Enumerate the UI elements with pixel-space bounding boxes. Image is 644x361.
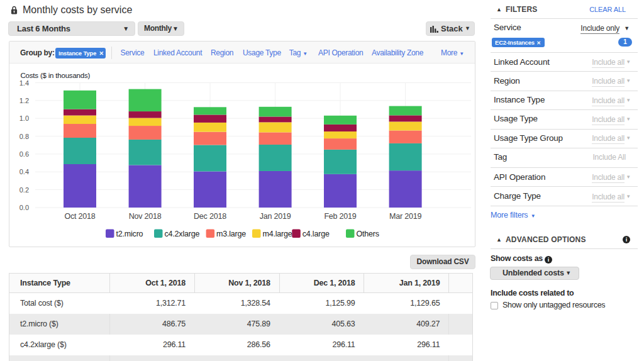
svg-text:Mar 2019: Mar 2019 bbox=[389, 212, 421, 221]
svg-text:Dec 2018: Dec 2018 bbox=[194, 212, 226, 221]
svg-text:0.0: 0.0 bbox=[19, 204, 29, 211]
svg-text:0.4: 0.4 bbox=[19, 168, 29, 175]
svg-text:m3.large: m3.large bbox=[216, 230, 246, 238]
svg-text:Jan 2019: Jan 2019 bbox=[260, 212, 291, 221]
svg-text:Oct 2018: Oct 2018 bbox=[64, 212, 95, 221]
svg-text:1.0: 1.0 bbox=[19, 114, 29, 122]
svg-text:0.2: 0.2 bbox=[19, 186, 29, 194]
svg-text:Others: Others bbox=[357, 230, 379, 238]
svg-text:1.4: 1.4 bbox=[19, 79, 29, 87]
svg-text:m4.large: m4.large bbox=[263, 230, 292, 238]
svg-text:t2.micro: t2.micro bbox=[116, 230, 143, 238]
svg-text:Feb 2019: Feb 2019 bbox=[324, 212, 356, 221]
svg-text:0.6: 0.6 bbox=[19, 150, 29, 158]
svg-text:c4.2xlarge: c4.2xlarge bbox=[165, 230, 200, 238]
svg-text:1.2: 1.2 bbox=[19, 97, 29, 104]
svg-text:0.8: 0.8 bbox=[19, 133, 29, 140]
svg-text:c4.large: c4.large bbox=[303, 230, 330, 238]
svg-text:Nov 2018: Nov 2018 bbox=[129, 212, 162, 221]
